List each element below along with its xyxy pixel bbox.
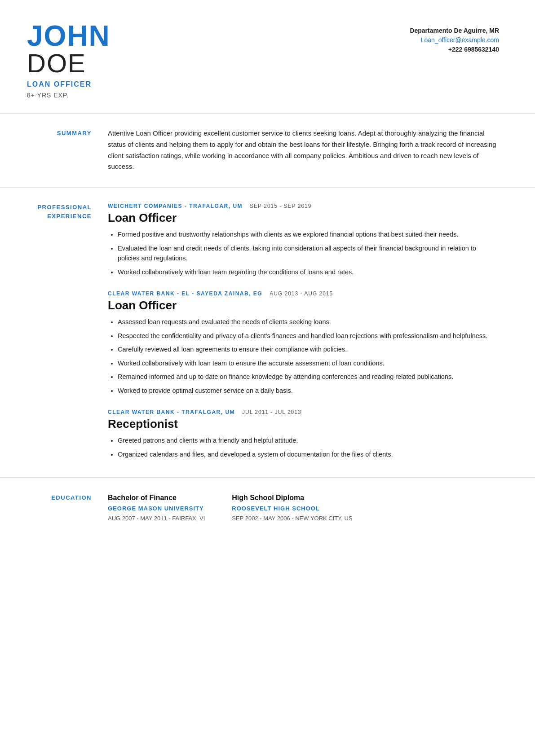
job-dates-2: AUG 2013 - AUG 2015 xyxy=(270,290,333,298)
header: JOHN DOE LOAN OFFICER 8+ YRS EXP. Depart… xyxy=(0,0,535,114)
first-name: JOHN xyxy=(27,22,111,50)
job-company-line-3: CLEAR WATER BANK - TRAFALGAR, UM JUL 201… xyxy=(108,408,499,416)
resume-page: JOHN DOE LOAN OFFICER 8+ YRS EXP. Depart… xyxy=(0,0,535,756)
bullet: Worked collaboratively with loan team re… xyxy=(118,267,499,277)
edu-dates-2: SEP 2002 - MAY 2006 - NEW YORK CITY, US xyxy=(232,514,352,523)
summary-label: SUMMARY xyxy=(27,128,108,172)
bullet: Greeted patrons and clients with a frien… xyxy=(118,435,499,445)
experience-years: 8+ YRS EXP. xyxy=(27,91,111,100)
job-dates-3: JUL 2011 - JUL 2013 xyxy=(242,408,301,416)
job-company-line-1: WEICHERT COMPANIES - TRAFALGAR, UM SEP 2… xyxy=(108,202,499,210)
job-title-3: Receptionist xyxy=(108,417,499,431)
bullet: Organized calendars and files, and devel… xyxy=(118,449,499,459)
experience-content: WEICHERT COMPANIES - TRAFALGAR, UM SEP 2… xyxy=(108,202,499,463)
bullet: Worked to provide optimal customer servi… xyxy=(118,386,499,396)
job-company-line-2: CLEAR WATER BANK - EL - SAYEDA ZAINAB, E… xyxy=(108,290,499,298)
job-block-1: WEICHERT COMPANIES - TRAFALGAR, UM SEP 2… xyxy=(108,202,499,277)
header-left: JOHN DOE LOAN OFFICER 8+ YRS EXP. xyxy=(27,22,111,100)
bullet: Remained informed and up to date on fina… xyxy=(118,372,499,382)
job-title: LOAN OFFICER xyxy=(27,79,111,90)
job-bullets-3: Greeted patrons and clients with a frien… xyxy=(108,435,499,459)
edu-degree-2: High School Diploma xyxy=(232,492,352,503)
bullet: Evaluated the loan and credit needs of c… xyxy=(118,243,499,264)
edu-item-2: High School Diploma ROOSEVELT HIGH SCHOO… xyxy=(232,492,352,523)
job-block-2: CLEAR WATER BANK - EL - SAYEDA ZAINAB, E… xyxy=(108,290,499,396)
job-bullets-1: Formed positive and trustworthy relation… xyxy=(108,229,499,277)
edu-item-1: Bachelor of Finance GEORGE MASON UNIVERS… xyxy=(108,492,205,523)
summary-content: Attentive Loan Officer providing excelle… xyxy=(108,128,499,172)
education-label: EDUCATION xyxy=(27,492,108,523)
job-company-3: CLEAR WATER BANK - TRAFALGAR, UM xyxy=(108,408,235,416)
edu-school-2: ROOSEVELT HIGH SCHOOL xyxy=(232,504,352,513)
edu-school-1: GEORGE MASON UNIVERSITY xyxy=(108,504,205,513)
bullet: Formed positive and trustworthy relation… xyxy=(118,229,499,239)
job-title-1: Loan Officer xyxy=(108,211,499,225)
contact-location: Departamento De Aguirre, MR xyxy=(410,26,499,35)
job-title-2: Loan Officer xyxy=(108,299,499,312)
header-right: Departamento De Aguirre, MR Loan_officer… xyxy=(410,22,499,54)
education-section: EDUCATION Bachelor of Finance GEORGE MAS… xyxy=(0,478,535,537)
education-content: Bachelor of Finance GEORGE MASON UNIVERS… xyxy=(108,492,499,523)
education-grid: Bachelor of Finance GEORGE MASON UNIVERS… xyxy=(108,492,499,523)
job-block-3: CLEAR WATER BANK - TRAFALGAR, UM JUL 201… xyxy=(108,408,499,459)
summary-section: SUMMARY Attentive Loan Officer providing… xyxy=(0,114,535,188)
edu-dates-1: AUG 2007 - MAY 2011 - FAIRFAX, VI xyxy=(108,514,205,523)
bullet: Worked collaboratively with loan team to… xyxy=(118,358,499,368)
job-company-1: WEICHERT COMPANIES - TRAFALGAR, UM xyxy=(108,202,243,210)
bullet: Respected the confidentiality and privac… xyxy=(118,331,499,341)
summary-text: Attentive Loan Officer providing excelle… xyxy=(108,128,499,172)
bullet: Carefully reviewed all loan agreements t… xyxy=(118,344,499,354)
contact-email: Loan_officer@example.com xyxy=(410,35,499,45)
experience-section: PROFESSIONAL EXPERIENCE WEICHERT COMPANI… xyxy=(0,188,535,478)
job-bullets-2: Assessed loan requests and evaluated the… xyxy=(108,317,499,396)
job-company-2: CLEAR WATER BANK - EL - SAYEDA ZAINAB, E… xyxy=(108,290,262,298)
experience-label: PROFESSIONAL EXPERIENCE xyxy=(27,202,108,463)
contact-phone: +222 6985632140 xyxy=(410,45,499,54)
bullet: Assessed loan requests and evaluated the… xyxy=(118,317,499,327)
last-name: DOE xyxy=(27,50,111,76)
edu-degree-1: Bachelor of Finance xyxy=(108,492,205,503)
job-dates-1: SEP 2015 - SEP 2019 xyxy=(250,202,311,210)
